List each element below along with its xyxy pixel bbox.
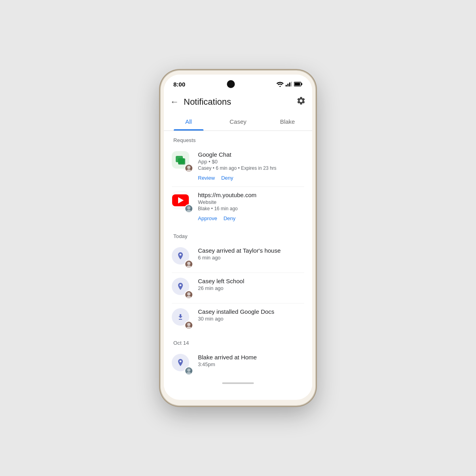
svg-point-13 bbox=[187, 206, 190, 209]
svg-rect-1 bbox=[286, 85, 287, 86]
status-icons bbox=[276, 82, 303, 87]
notif-title: Casey installed Google Docs bbox=[198, 308, 304, 315]
section-header-today: Today bbox=[164, 227, 312, 242]
notif-title: Casey arrived at Taylor's house bbox=[198, 247, 304, 254]
svg-rect-2 bbox=[288, 84, 289, 86]
home-indicator bbox=[222, 382, 254, 384]
avatar bbox=[184, 290, 193, 299]
phone-frame: 8:00 bbox=[161, 71, 315, 405]
status-time: 8:00 bbox=[173, 81, 185, 88]
notif-time: 6 min ago bbox=[198, 255, 304, 261]
avatar bbox=[184, 260, 193, 269]
notif-title: Google Chat bbox=[198, 151, 304, 158]
casey-arrived-content: Casey arrived at Taylor's house 6 min ag… bbox=[198, 247, 304, 261]
list-item[interactable]: Casey installed Google Docs 30 min ago bbox=[164, 303, 312, 334]
deny-button-2[interactable]: Deny bbox=[223, 215, 235, 222]
list-item[interactable]: Google Chat App • $0 Casey • 6 min ago •… bbox=[164, 146, 312, 186]
page-title: Notifications bbox=[184, 97, 231, 107]
notif-time: 3:45pm bbox=[198, 361, 304, 367]
svg-rect-4 bbox=[291, 82, 292, 86]
blake-arrived-content: Blake arrived at Home 3:45pm bbox=[198, 354, 304, 367]
notif-actions: Approve Deny bbox=[198, 215, 304, 222]
avatar bbox=[184, 164, 193, 173]
location-icon-wrap-3 bbox=[172, 354, 192, 374]
svg-point-11 bbox=[187, 166, 190, 169]
notif-time: 26 min ago bbox=[198, 285, 304, 291]
svg-point-12 bbox=[186, 169, 191, 172]
avatar bbox=[184, 367, 193, 375]
notif-time: 30 min ago bbox=[198, 316, 304, 322]
youtube-content: https://m.youtube.com Website Blake • 16… bbox=[198, 192, 304, 222]
tab-blake[interactable]: Blake bbox=[263, 113, 312, 131]
notif-actions: Review Deny bbox=[198, 174, 304, 182]
list-item[interactable]: Casey left School 26 min ago bbox=[164, 273, 312, 303]
svg-rect-7 bbox=[295, 83, 300, 86]
avatar bbox=[184, 204, 193, 213]
location-icon-wrap-2 bbox=[172, 278, 192, 298]
tab-all[interactable]: All bbox=[164, 113, 213, 131]
svg-point-21 bbox=[187, 369, 190, 372]
app-bar: ← Notifications bbox=[164, 91, 312, 113]
battery-icon bbox=[294, 82, 303, 86]
section-header-oct14: Oct 14 bbox=[164, 334, 312, 349]
notif-title: Casey left School bbox=[198, 278, 304, 284]
camera-notch bbox=[227, 80, 235, 88]
section-header-requests: Requests bbox=[164, 131, 312, 146]
notif-meta: Casey • 6 min ago • Expires in 23 hrs bbox=[198, 165, 304, 171]
svg-point-18 bbox=[186, 296, 191, 298]
notif-meta: Blake • 16 min ago bbox=[198, 206, 304, 211]
notif-title: Blake arrived at Home bbox=[198, 354, 304, 361]
list-item[interactable]: Blake arrived at Home 3:45pm bbox=[164, 349, 312, 379]
tabs-bar: All Casey Blake bbox=[164, 113, 312, 131]
list-item[interactable]: Casey arrived at Taylor's house 6 min ag… bbox=[164, 242, 312, 273]
casey-left-content: Casey left School 26 min ago bbox=[198, 278, 304, 291]
bottom-indicator bbox=[164, 379, 312, 387]
list-item[interactable]: https://m.youtube.com Website Blake • 16… bbox=[164, 187, 312, 227]
google-chat-content: Google Chat App • $0 Casey • 6 min ago •… bbox=[198, 151, 304, 182]
svg-rect-3 bbox=[289, 83, 290, 86]
avatar bbox=[184, 321, 193, 330]
tab-casey[interactable]: Casey bbox=[213, 113, 263, 131]
play-triangle bbox=[178, 197, 184, 203]
location-icon-wrap-1 bbox=[172, 247, 192, 268]
approve-button[interactable]: Approve bbox=[198, 215, 217, 222]
signal-icon bbox=[286, 82, 292, 86]
download-icon-wrap bbox=[172, 308, 192, 329]
svg-point-17 bbox=[187, 292, 190, 296]
settings-icon[interactable] bbox=[296, 96, 306, 108]
wifi-icon bbox=[276, 82, 284, 87]
notif-subtitle: App • $0 bbox=[198, 159, 304, 165]
back-button[interactable]: ← bbox=[170, 97, 179, 107]
svg-point-20 bbox=[186, 326, 191, 329]
svg-rect-6 bbox=[301, 83, 303, 85]
svg-point-14 bbox=[186, 210, 191, 212]
deny-button-1[interactable]: Deny bbox=[221, 174, 233, 182]
svg-point-19 bbox=[187, 323, 190, 326]
status-bar: 8:00 bbox=[164, 75, 312, 91]
svg-point-22 bbox=[186, 372, 191, 374]
casey-installed-content: Casey installed Google Docs 30 min ago bbox=[198, 308, 304, 322]
svg-rect-10 bbox=[178, 158, 184, 164]
google-chat-icon-wrap bbox=[172, 151, 192, 172]
notifications-content: Requests bbox=[164, 131, 312, 395]
review-button[interactable]: Review bbox=[198, 174, 215, 182]
svg-point-16 bbox=[186, 265, 191, 268]
notif-subtitle: Website bbox=[198, 199, 304, 205]
svg-point-15 bbox=[187, 262, 190, 265]
youtube-icon-wrap bbox=[172, 192, 192, 212]
notif-title: https://m.youtube.com bbox=[198, 192, 304, 198]
phone-screen: 8:00 bbox=[164, 75, 312, 400]
